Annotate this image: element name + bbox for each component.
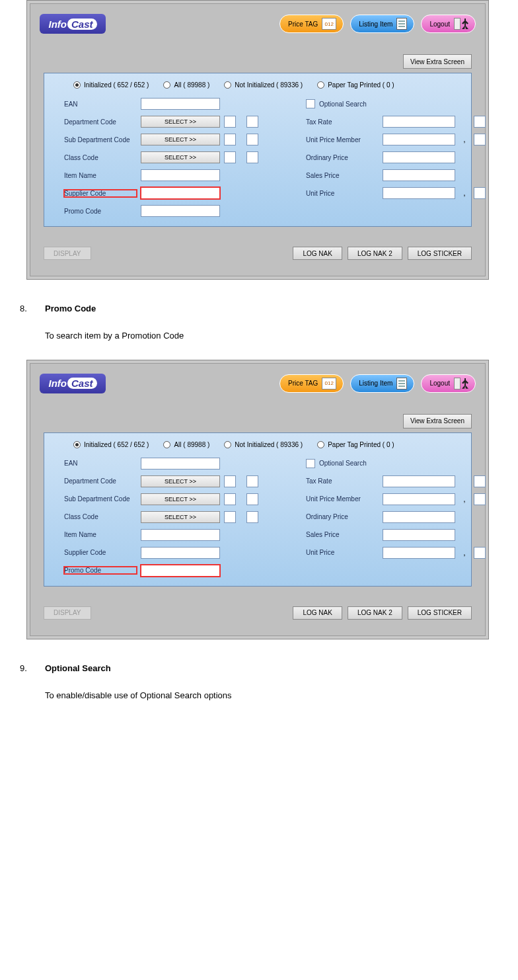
- radio-dot-icon: [73, 441, 81, 448]
- comma-separator: ,: [459, 493, 470, 505]
- unit-member-input[interactable]: [383, 493, 455, 505]
- radio-all-label: All ( 89988 ): [174, 81, 209, 89]
- logo: InfoCast: [40, 374, 106, 393]
- display-button[interactable]: DISPLAY: [44, 247, 91, 260]
- ordinary-label: Ordinary Price: [306, 513, 379, 520]
- radio-paper-tag[interactable]: Paper Tag Printed ( 0 ): [317, 81, 394, 89]
- subdept-code-box1[interactable]: [224, 134, 236, 145]
- radio-initialized[interactable]: Initialized ( 652 / 652 ): [73, 81, 149, 89]
- supplier-input[interactable]: [141, 547, 220, 559]
- ean-input[interactable]: [141, 458, 220, 470]
- log-sticker-button[interactable]: LOG STICKER: [408, 606, 472, 620]
- taxrate-dropdown-icon[interactable]: [474, 116, 486, 128]
- view-extra-screen-button[interactable]: View Extra Screen: [403, 414, 472, 429]
- subdept-code-box1[interactable]: [224, 493, 236, 505]
- app-window: InfoCast Price TAG 012 Listing Item Logo…: [30, 3, 486, 276]
- radio-dot-icon: [73, 81, 81, 89]
- ean-input[interactable]: [141, 98, 220, 110]
- radio-dot-icon: [163, 81, 170, 89]
- exit-icon: [454, 18, 468, 30]
- unit-member-input[interactable]: [383, 134, 455, 145]
- radio-initialized-label: Initialized ( 652 / 652 ): [84, 441, 149, 448]
- ean-label: EAN: [64, 101, 137, 108]
- taxrate-label: Tax Rate: [306, 118, 379, 126]
- subdept-select-button[interactable]: SELECT >>: [141, 493, 220, 505]
- log-nak-button[interactable]: LOG NAK: [293, 606, 342, 620]
- class-select-button[interactable]: SELECT >>: [141, 511, 220, 523]
- dept-label: Department Code: [64, 477, 137, 485]
- ordinary-input[interactable]: [383, 511, 455, 523]
- radio-not-initialized[interactable]: Not Initialized ( 89336 ): [224, 441, 303, 448]
- radio-initialized-label: Initialized ( 652 / 652 ): [84, 81, 149, 89]
- radio-all[interactable]: All ( 89988 ): [163, 441, 209, 448]
- taxrate-label: Tax Rate: [306, 477, 379, 485]
- section-9-desc: To enable/disable use of Optional Search…: [45, 688, 518, 703]
- class-label: Class Code: [64, 513, 137, 520]
- price-tag-button[interactable]: Price TAG 012: [279, 374, 344, 393]
- radio-dot-icon: [224, 441, 231, 448]
- radio-all[interactable]: All ( 89988 ): [163, 81, 209, 89]
- log-nak2-button[interactable]: LOG NAK 2: [348, 247, 402, 260]
- comma-separator: ,: [459, 547, 470, 559]
- ordinary-label: Ordinary Price: [306, 154, 379, 161]
- taxrate-dropdown-icon[interactable]: [474, 475, 486, 487]
- unit-input[interactable]: [383, 547, 455, 559]
- view-extra-screen-button[interactable]: View Extra Screen: [403, 54, 472, 69]
- log-nak-button[interactable]: LOG NAK: [293, 247, 342, 260]
- price-tag-button[interactable]: Price TAG 012: [279, 15, 344, 33]
- radio-initialized[interactable]: Initialized ( 652 / 652 ): [73, 441, 149, 448]
- subdept-code-box2[interactable]: [246, 134, 258, 145]
- sales-input[interactable]: [383, 529, 455, 541]
- radio-paper-tag[interactable]: Paper Tag Printed ( 0 ): [317, 441, 394, 448]
- dept-select-button[interactable]: SELECT >>: [141, 116, 220, 128]
- listing-item-button[interactable]: Listing Item: [350, 15, 414, 33]
- logo-part2: Cast: [67, 19, 97, 30]
- log-sticker-button[interactable]: LOG STICKER: [408, 247, 472, 260]
- taxrate-input[interactable]: [383, 475, 455, 487]
- logo-part1: Info: [48, 19, 67, 30]
- item-input[interactable]: [141, 529, 220, 541]
- ean-label: EAN: [64, 460, 137, 467]
- display-button[interactable]: DISPLAY: [44, 606, 91, 620]
- dept-select-button[interactable]: SELECT >>: [141, 475, 220, 487]
- class-select-button[interactable]: SELECT >>: [141, 151, 220, 163]
- radio-not-initialized-label: Not Initialized ( 89336 ): [235, 441, 303, 448]
- optional-search-checkbox[interactable]: [306, 99, 315, 108]
- subdept-label: Sub Department Code: [64, 495, 137, 503]
- subdept-select-button[interactable]: SELECT >>: [141, 134, 220, 145]
- unit-member-dec[interactable]: [474, 134, 486, 145]
- log-nak2-button[interactable]: LOG NAK 2: [348, 606, 402, 620]
- radio-paper-tag-label: Paper Tag Printed ( 0 ): [328, 81, 394, 89]
- item-input[interactable]: [141, 169, 220, 181]
- taxrate-input[interactable]: [383, 116, 455, 128]
- subdept-code-box2[interactable]: [246, 493, 258, 505]
- radio-not-initialized[interactable]: Not Initialized ( 89336 ): [224, 81, 303, 89]
- aux-row: View Extra Screen: [40, 414, 472, 429]
- class-code-box1[interactable]: [224, 151, 236, 163]
- listing-item-button[interactable]: Listing Item: [350, 374, 414, 393]
- class-code-box2[interactable]: [246, 511, 258, 523]
- price-tag-label: Price TAG: [288, 380, 318, 387]
- dept-code-box1[interactable]: [224, 116, 236, 128]
- logout-button[interactable]: Logout: [421, 374, 476, 393]
- dept-code-box2[interactable]: [246, 116, 258, 128]
- section-8: 8. Promo Code To search item by a Promot…: [20, 301, 518, 344]
- sales-input[interactable]: [383, 169, 455, 181]
- unit-input[interactable]: [383, 187, 455, 199]
- unit-dec[interactable]: [474, 547, 486, 559]
- promo-input[interactable]: [141, 205, 220, 217]
- promo-label: Promo Code: [64, 208, 137, 215]
- form-grid: EAN Optional Search Department Code SELE…: [44, 455, 471, 577]
- class-code-box1[interactable]: [224, 511, 236, 523]
- unit-member-dec[interactable]: [474, 493, 486, 505]
- logout-button[interactable]: Logout: [421, 15, 476, 33]
- ordinary-input[interactable]: [383, 151, 455, 163]
- supplier-input[interactable]: [141, 187, 220, 199]
- dept-code-box2[interactable]: [246, 475, 258, 487]
- dept-code-box1[interactable]: [224, 475, 236, 487]
- class-code-box2[interactable]: [246, 151, 258, 163]
- unit-dec[interactable]: [474, 187, 486, 199]
- price-tag-label: Price TAG: [288, 20, 318, 28]
- optional-search-checkbox[interactable]: [306, 459, 315, 468]
- promo-input[interactable]: [141, 565, 220, 577]
